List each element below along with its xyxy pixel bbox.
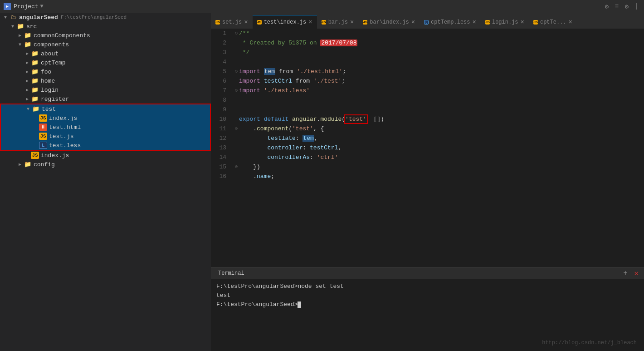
ln-11: 11 (211, 124, 226, 133)
editor-content: 1 2 3 4 5 6 7 8 9 10 11 12 13 14 15 16 (211, 29, 644, 267)
sidebar-item-test-index-js[interactable]: JS index.js (1, 114, 210, 123)
ln-7: 7 (211, 86, 226, 95)
sidebar-item-home[interactable]: ▶ 📁 home (0, 76, 211, 85)
tab-tij-close[interactable]: × (308, 19, 312, 26)
about-arrow: ▶ (24, 50, 31, 57)
tab-cl-icon: L (424, 20, 429, 25)
code-line-4 (234, 57, 644, 67)
root-folder-icon: 🗁 (9, 14, 17, 21)
code-line-3: */ (234, 48, 644, 57)
tab-cpt-more[interactable]: JS cptTe... × (529, 15, 577, 29)
tl-label: test.less (49, 142, 81, 149)
tab-cptTemp-less[interactable]: L cptTemp.less × (420, 15, 481, 29)
ln-3: 3 (211, 48, 226, 57)
src-arrow: ▼ (9, 23, 16, 30)
sidebar-item-register[interactable]: ▶ 📁 register (0, 94, 211, 104)
sidebar-item-commonComponents[interactable]: ▶ 📁 commonComponents (0, 31, 211, 40)
terminal-area: Terminal + ✕ F:\testPro\angularSeed>node… (211, 267, 644, 351)
code-line-7: ⊖ import './test.less' (234, 86, 644, 95)
tl-icon: L (39, 142, 47, 149)
tab-bij-label: bar\index.js (370, 19, 409, 25)
sidebar-item-cptTemp[interactable]: ▶ 📁 cptTemp (0, 58, 211, 67)
tab-cm-icon: JS (533, 20, 538, 25)
tab-set-js-icon: JS (215, 20, 220, 25)
login-label: login (41, 87, 59, 94)
ln-15: 15 (211, 162, 226, 172)
tab-test-index-js[interactable]: JS test\index.js × (253, 15, 317, 29)
tab-bar-index-js[interactable]: JS bar\index.js × (358, 15, 420, 29)
sidebar-item-test-less[interactable]: L test.less (1, 141, 210, 150)
ln-10: 10 (211, 114, 226, 124)
sidebar-item-test-js[interactable]: JS test.js (1, 132, 210, 141)
tab-cm-close[interactable]: × (569, 19, 572, 26)
sidebar-item-components[interactable]: ▼ 📁 components (0, 40, 211, 49)
code-line-1: ⊖ /** (234, 29, 644, 38)
sidebar-item-src[interactable]: ▼ 📁 src (0, 22, 211, 31)
components-arrow: ▼ (16, 41, 24, 48)
tab-set-js-close[interactable]: × (244, 19, 248, 26)
tab-bar-js-close[interactable]: × (350, 19, 354, 26)
code-line-2: * Created by 51375 on 2017/07/08 (234, 38, 644, 48)
sidebar-item-src-index-js[interactable]: JS index.js (0, 151, 211, 160)
code-editor[interactable]: ⊖ /** * Created by 51375 on 2017/07/08 *… (230, 29, 644, 267)
cc-label: commonComponents (34, 32, 90, 39)
watermark: http://blog.csdn.net/j_bleach (542, 338, 637, 347)
tab-set-js[interactable]: JS set.js × (211, 15, 253, 29)
sidebar-item-about[interactable]: ▶ 📁 about (0, 49, 211, 58)
tij-label: index.js (49, 115, 77, 122)
fold-5[interactable]: ⊖ (234, 67, 239, 76)
test-folder-icon: 📁 (32, 105, 40, 113)
tab-bar-js[interactable]: JS bar.js × (317, 15, 359, 29)
terminal-tab-label[interactable]: Terminal (215, 270, 248, 277)
code-4 (239, 57, 644, 67)
register-label: register (41, 96, 69, 103)
settings-icon[interactable]: ⚙ (603, 3, 610, 10)
terminal-content[interactable]: F:\testPro\angularSeed>node set test tes… (211, 279, 644, 351)
home-folder-icon: 📁 (31, 77, 39, 84)
sidebar-item-config[interactable]: ▶ 📁 config (0, 160, 211, 169)
fold-15[interactable]: ⊖ (234, 162, 239, 172)
ln-5: 5 (211, 67, 226, 76)
login-folder-icon: 📁 (31, 86, 39, 94)
ln-2: 2 (211, 38, 226, 48)
menu-icon[interactable]: ≡ (613, 3, 620, 10)
tab-lj-label: login.js (492, 19, 518, 25)
sidebar-item-test-html[interactable]: H test.html (1, 123, 210, 132)
code-line-15: ⊖ }) (234, 162, 644, 172)
sidebar-item-login[interactable]: ▶ 📁 login (0, 85, 211, 94)
code-6: import testCtrl from './test'; (239, 76, 644, 86)
sidebar-root[interactable]: ▼ 🗁 angularSeed F:\testPro\angularSeed (0, 13, 211, 22)
gear-icon[interactable]: ⚙ (623, 3, 630, 10)
ln-1: 1 (211, 29, 226, 38)
tab-login-js[interactable]: JS login.js × (481, 15, 529, 29)
main-area: ▼ 🗁 angularSeed F:\testPro\angularSeed ▼… (0, 13, 644, 351)
code-line-8 (234, 95, 644, 105)
src-label: src (26, 23, 37, 30)
cptTemp-label: cptTemp (41, 59, 66, 66)
tab-cl-close[interactable]: × (473, 19, 476, 26)
ln-8: 8 (211, 95, 226, 105)
terminal-add-btn[interactable]: + (621, 269, 629, 277)
date-highlight: 2017/07/08 (320, 40, 357, 46)
terminal-actions: + ✕ (621, 269, 640, 277)
fold-11[interactable]: ⊖ (234, 124, 239, 133)
code-8 (239, 95, 644, 105)
terminal-close-btn[interactable]: ✕ (632, 269, 640, 277)
collapse-icon[interactable]: | (633, 3, 640, 10)
sidebar-item-foo[interactable]: ▶ 📁 foo (0, 67, 211, 76)
tij-arrow (32, 114, 39, 122)
code-line-16: .name; (234, 172, 644, 181)
sidebar-item-test[interactable]: ▼ 📁 test (1, 104, 210, 114)
root-name: angularSeed (19, 14, 58, 21)
tab-bij-close[interactable]: × (411, 19, 415, 26)
title-bar-actions: ⚙ ≡ ⚙ | (603, 3, 640, 10)
tab-tij-icon: JS (257, 20, 262, 25)
line-numbers: 1 2 3 4 5 6 7 8 9 10 11 12 13 14 15 16 (211, 29, 230, 267)
test-label: test (42, 106, 56, 113)
fold-7[interactable]: ⊖ (234, 86, 239, 95)
ln-16: 16 (211, 172, 226, 181)
code-line-9 (234, 105, 644, 114)
ln-6: 6 (211, 76, 226, 86)
fold-1[interactable]: ⊖ (234, 29, 239, 38)
tab-lj-close[interactable]: × (521, 19, 524, 26)
